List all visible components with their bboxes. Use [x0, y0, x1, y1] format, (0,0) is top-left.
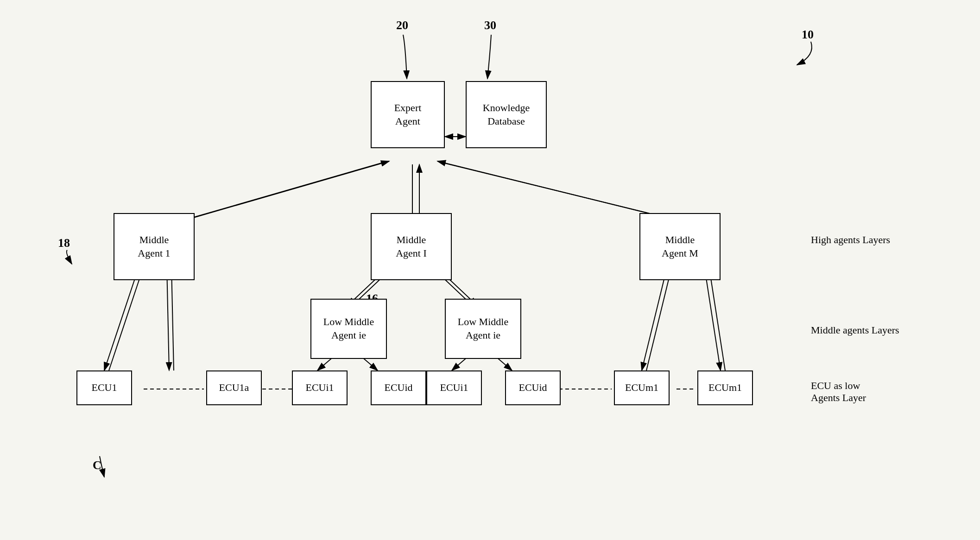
ref-20-label: 20	[396, 19, 408, 32]
ecu1-label: ECU1	[92, 381, 117, 395]
svg-line-23	[704, 266, 721, 370]
ecui1-right-box: ECUi1	[426, 370, 482, 405]
low-middle-agent-ie-1-box: Low MiddleAgent ie	[310, 299, 387, 359]
middle-agent-m-box: MiddleAgent M	[639, 213, 721, 280]
middle-agent-i-box: MiddleAgent I	[371, 213, 452, 280]
ref-30-label: 30	[484, 19, 496, 32]
knowledge-database-label: KnowledgeDatabase	[483, 101, 530, 128]
ecuid-left-box: ECUid	[371, 370, 426, 405]
ecui1-left-label: ECUi1	[305, 381, 334, 395]
ecui1-right-label: ECUi1	[440, 381, 468, 395]
ecu-layer-label: ECU as lowAgents Layer	[811, 380, 866, 404]
ecui1-left-box: ECUi1	[292, 370, 348, 405]
ecuid-right-label: ECUid	[518, 381, 547, 395]
high-agents-layer-label: High agents Layers	[811, 234, 890, 246]
middle-agent-1-label: MiddleAgent 1	[138, 233, 170, 260]
svg-line-22	[646, 266, 672, 370]
knowledge-database-box: KnowledgeDatabase	[466, 81, 547, 148]
ecum1-box: ECUm1	[614, 370, 670, 405]
middle-agents-layer-label: Middle agents Layers	[811, 324, 899, 336]
svg-line-4	[181, 161, 389, 221]
svg-line-10	[109, 266, 144, 370]
low-middle-agent-ie-1-label: Low MiddleAgent ie	[323, 315, 374, 342]
ecum1b-box: ECUm1	[697, 370, 753, 405]
expert-agent-label: ExpertAgent	[394, 101, 422, 128]
diagram: 20 30 10 18 16 C ExpertAgent KnowledgeDa…	[0, 0, 980, 540]
middle-agent-m-label: MiddleAgent M	[662, 233, 698, 260]
ecum1b-label: ECUm1	[708, 381, 742, 395]
ecu1-box: ECU1	[76, 370, 132, 405]
svg-line-12	[171, 266, 174, 370]
svg-line-9	[104, 266, 139, 370]
ecum1-label: ECUm1	[625, 381, 658, 395]
svg-line-3	[176, 162, 385, 222]
ref-10-label: 10	[802, 28, 814, 42]
svg-line-21	[642, 266, 667, 370]
expert-agent-box: ExpertAgent	[371, 81, 445, 148]
svg-line-8	[437, 161, 681, 221]
middle-agent-i-label: MiddleAgent I	[396, 233, 427, 260]
low-middle-agent-ie-2-box: Low MiddleAgent ie	[445, 299, 521, 359]
middle-agent-1-box: MiddleAgent 1	[114, 213, 195, 280]
svg-line-24	[709, 266, 725, 370]
ref-c-label: C	[93, 458, 101, 472]
ecuid-right-box: ECUid	[505, 370, 561, 405]
ecu1a-label: ECU1a	[219, 381, 249, 395]
svg-line-11	[167, 266, 169, 370]
ecuid-left-label: ECUid	[384, 381, 412, 395]
ecu1a-box: ECU1a	[206, 370, 262, 405]
ref-18-label: 18	[58, 236, 70, 250]
low-middle-agent-ie-2-label: Low MiddleAgent ie	[458, 315, 508, 342]
